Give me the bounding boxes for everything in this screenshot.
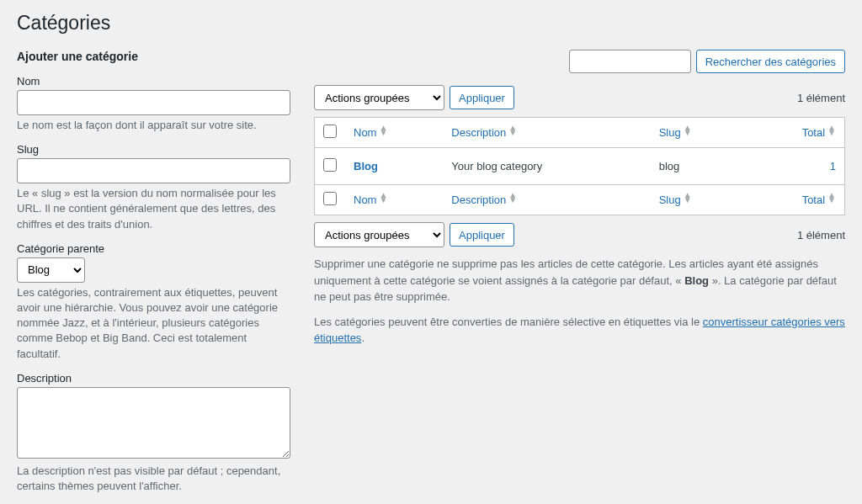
parent-help: Les catégories, contrairement aux étique…	[17, 285, 290, 362]
col-name-foot[interactable]: Nom	[345, 185, 443, 215]
sort-icon	[684, 193, 692, 203]
categories-table: Nom Description Slug Total Blog Your blo…	[314, 117, 845, 215]
description-label: Description	[17, 372, 290, 385]
slug-help: Le « slug » est la version du nom normal…	[17, 186, 290, 232]
category-total-link[interactable]: 1	[830, 160, 836, 172]
search-button[interactable]: Rechercher des catégories	[696, 50, 845, 73]
name-label: Nom	[17, 75, 290, 88]
sort-icon	[508, 125, 517, 135]
sort-icon	[508, 193, 517, 203]
col-total[interactable]: Total	[746, 118, 844, 148]
col-slug-foot[interactable]: Slug	[651, 185, 747, 215]
col-description-foot[interactable]: Description	[443, 185, 650, 215]
sort-icon	[827, 125, 836, 135]
apply-button-bottom[interactable]: Appliquer	[450, 223, 514, 247]
sort-icon	[379, 193, 387, 203]
parent-label: Catégorie parente	[17, 242, 290, 255]
bulk-actions-select-bottom[interactable]: Actions groupées	[314, 222, 444, 247]
description-textarea[interactable]	[17, 387, 290, 459]
category-name-link[interactable]: Blog	[354, 160, 378, 172]
item-count-top: 1 élément	[797, 92, 845, 104]
description-help: La description n'est pas visible par déf…	[17, 464, 290, 494]
bulk-actions-select-top[interactable]: Actions groupées	[314, 85, 444, 110]
category-slug: blog	[651, 148, 747, 185]
col-total-foot[interactable]: Total	[746, 185, 844, 215]
col-slug[interactable]: Slug	[651, 118, 747, 148]
name-help: Le nom est la façon dont il apparaît sur…	[17, 118, 290, 133]
category-description: Your blog category	[443, 148, 650, 185]
select-all-top[interactable]	[323, 125, 337, 138]
select-all-bottom[interactable]	[323, 192, 337, 205]
sort-icon	[684, 125, 692, 135]
delete-note: Supprimer une catégorie ne supprime pas …	[314, 256, 845, 305]
table-row: Blog Your blog category blog 1	[315, 148, 845, 185]
convert-note: Les catégories peuvent être converties d…	[314, 314, 845, 347]
sort-icon	[827, 193, 836, 203]
name-input[interactable]	[17, 90, 290, 115]
row-checkbox[interactable]	[323, 158, 337, 172]
search-input[interactable]	[569, 50, 691, 73]
sort-icon	[379, 125, 387, 135]
parent-select[interactable]: Blog	[17, 257, 85, 283]
slug-input[interactable]	[17, 158, 290, 183]
add-category-heading: Ajouter une catégorie	[17, 50, 290, 63]
slug-label: Slug	[17, 143, 290, 156]
col-name[interactable]: Nom	[345, 118, 443, 148]
page-title: Catégories	[17, 12, 845, 34]
apply-button-top[interactable]: Appliquer	[450, 86, 514, 109]
item-count-bottom: 1 élément	[797, 229, 845, 241]
col-description[interactable]: Description	[443, 118, 650, 148]
